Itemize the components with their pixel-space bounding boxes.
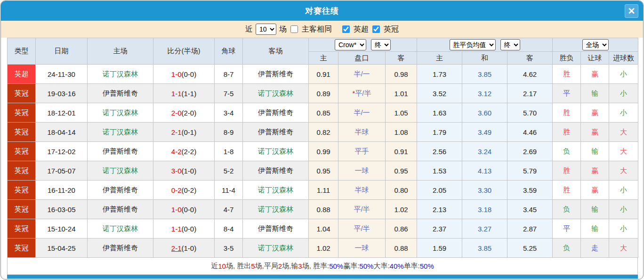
result-handicap: 输 [581,142,609,161]
result-goals: 小 [609,181,638,200]
average-type-select[interactable]: 胜平负均值 [450,39,496,50]
home-odds: 0.89 [309,84,338,103]
handicap-line: 平/半 [338,200,386,219]
result-handicap: 输 [581,84,609,103]
close-icon[interactable]: ✕ [625,4,638,18]
average-stage-select[interactable]: 终 [500,39,520,50]
away-team: 诺丁汉森林 [243,200,309,219]
avg-home-odds: 1.53 [417,161,462,181]
avg-away-odds: 2.87 [507,219,553,239]
handicap-line: 半球 [338,181,386,200]
league-badge: 英超 [8,65,36,84]
result-handicap: 输 [581,219,609,239]
corner-score: 3-5 [215,239,243,258]
result-goals: 大 [609,239,638,258]
score-cell: 1-1(1-1) [153,84,215,103]
table-row: 英冠 16-03-05 伊普斯维奇 1-0(0-0) 4-7 诺丁汉森林 0.8… [8,200,638,219]
away-team: 伊普斯维奇 [243,103,309,123]
league-premier-checkbox[interactable] [342,25,350,33]
corner-score: 5-2 [215,161,243,181]
footer-segment: 50% [359,262,373,270]
halftime-score: (0-0) [182,70,197,78]
table-row: 英冠 16-11-20 伊普斯维奇 0-2(0-2) 11-4 诺丁汉森林 1.… [8,181,638,200]
home-odds: 1.02 [309,239,338,258]
result-handicap: 赢 [581,65,609,84]
scope-select[interactable]: 全场 [582,39,609,50]
fulltime-score: 3-0 [171,167,182,175]
table-row: 英冠 19-03-16 伊普斯维奇 1-1(1-1) 7-5 诺丁汉森林 0.8… [8,84,638,103]
avg-draw-odds: 3.85 [462,65,507,84]
avg-home-odds: 2.37 [417,219,462,239]
halftime-score: (0-0) [182,225,197,233]
table-row: 英冠 17-05-07 诺丁汉森林 3-0(1-0) 5-2 伊普斯维奇 0.9… [8,161,638,181]
subheader-odds-away: 客 [386,52,417,65]
away-odds: 0.80 [386,181,417,200]
match-date: 17-12-02 [36,142,88,161]
col-header-home: 主场 [88,38,153,65]
footer-segment: 近 [211,262,218,271]
col-header-corner: 角球 [215,38,243,65]
group-header-average: 胜平负均值 终 [417,38,553,52]
footer-segment: 3 [298,262,302,270]
subheader-avg-away: 客 [507,52,553,65]
home-odds: 1.11 [309,181,338,200]
bookmaker-select[interactable]: Crow* [335,39,366,50]
result-outcome: 胜 [553,161,581,181]
handicap-line: 一球 [338,161,386,181]
bottom-accent-bar [7,275,638,279]
table-row: 英冠 18-04-14 诺丁汉森林 2-1(0-1) 8-9 伊普斯维奇 0.8… [8,123,638,142]
corner-score: 8-4 [215,219,243,239]
recent-count-select[interactable]: 10 [256,24,276,35]
avg-away-odds: 4.62 [507,65,553,84]
league-championship-checkbox[interactable] [372,25,380,33]
footer-segment: 10 [218,262,226,270]
home-odds: 0.85 [309,103,338,123]
fulltime-score: 4-2 [171,148,182,156]
home-team: 伊普斯维奇 [88,84,153,103]
footer-segment: 5 [251,262,255,270]
away-odds: 1.01 [386,84,417,103]
result-outcome: 胜 [553,123,581,142]
footer-segment: 场,输 [282,262,298,271]
avg-draw-odds: 3.18 [462,200,507,219]
league-badge: 英冠 [8,219,36,239]
same-venue-label: 主客相同 [302,25,332,34]
result-handicap: 赢 [581,181,609,200]
away-odds: 0.95 [386,161,417,181]
avg-home-odds: 1.59 [417,239,462,258]
fulltime-score: 2-0 [171,109,182,117]
result-outcome: 负 [553,239,581,258]
same-venue-checkbox[interactable] [290,25,298,33]
corner-score: 8-7 [215,65,243,84]
match-date: 24-11-30 [36,65,88,84]
away-team: 诺丁汉森林 [243,181,309,200]
avg-draw-odds: 3.24 [462,142,507,161]
halftime-score: (1-0) [182,244,197,252]
result-outcome: 平 [553,219,581,239]
bookmaker-stage-select[interactable]: 终 [371,39,391,50]
score-cell: 3-0(1-0) [153,161,215,181]
result-outcome: 胜 [553,103,581,123]
away-odds: 1.02 [386,200,417,219]
home-team: 诺丁汉森林 [88,103,153,123]
result-outcome: 负 [553,200,581,219]
result-goals: 小 [609,84,638,103]
col-header-type: 类型 [8,38,36,65]
home-team: 伊普斯维奇 [88,142,153,161]
halftime-score: (1-0) [182,167,197,175]
match-date: 16-11-20 [36,181,88,200]
corner-score: 11-4 [215,181,243,200]
avg-home-odds: 2.05 [417,181,462,200]
table-row: 英冠 18-12-01 诺丁汉森林 2-0(2-0) 3-4 伊普斯维奇 0.8… [8,103,638,123]
subheader-result-handicap: 让球 [581,52,609,65]
avg-draw-odds: 3.85 [462,239,507,258]
home-team: 诺丁汉森林 [88,123,153,142]
group-header-results: 全场 [553,38,638,52]
handicap-line: 半/一 [338,65,386,84]
home-odds: 0.91 [309,65,338,84]
avg-home-odds: 1.79 [417,123,462,142]
score-cell: 0-2(0-2) [153,181,215,200]
league-championship-label: 英冠 [384,25,399,34]
away-odds: 1.08 [386,123,417,142]
footer-segment: 50% [420,262,434,270]
